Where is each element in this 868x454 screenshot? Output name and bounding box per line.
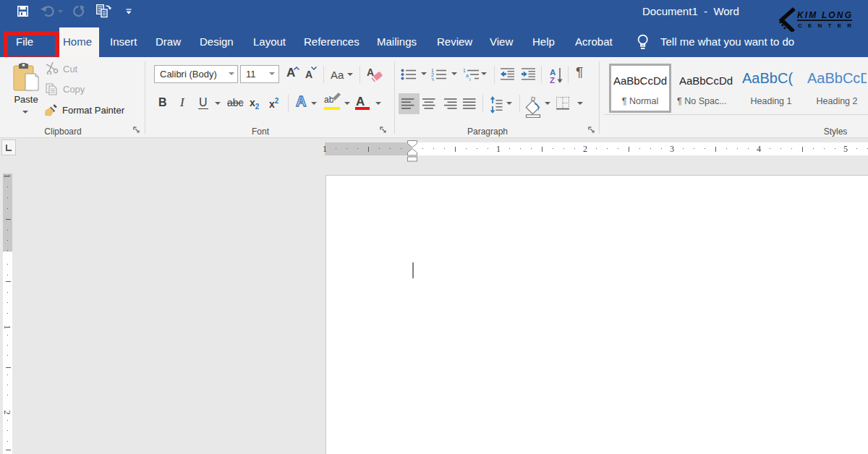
svg-text:3: 3	[431, 77, 434, 82]
svg-text:i: i	[469, 77, 471, 81]
svg-text:KIM LONG: KIM LONG	[797, 10, 851, 20]
svg-text:Z: Z	[550, 76, 555, 84]
svg-text:CENTER: CENTER	[798, 22, 851, 29]
svg-text:1: 1	[463, 68, 466, 73]
svg-text:a: a	[466, 73, 469, 78]
